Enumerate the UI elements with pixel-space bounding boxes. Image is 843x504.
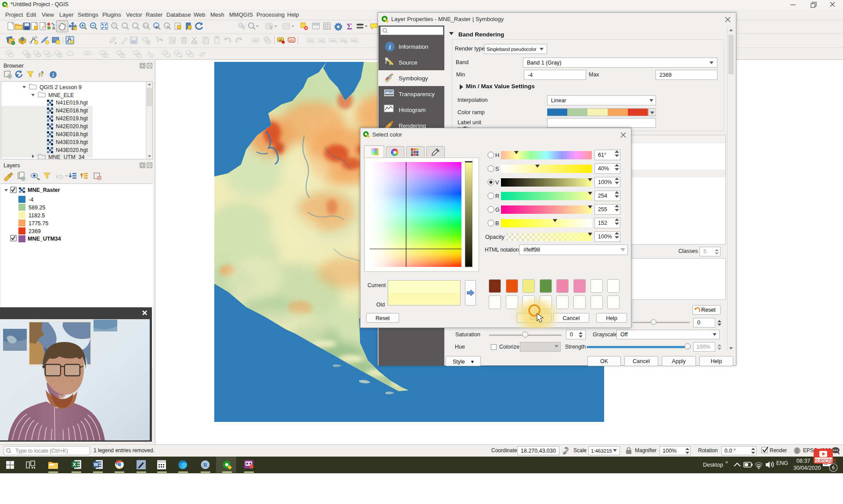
svg-text:ENG: ENG [776, 460, 788, 466]
svg-text:30/04/2020: 30/04/2020 [793, 465, 821, 471]
svg-text:N43E020.hgt: N43E020.hgt [56, 147, 88, 153]
svg-text:-4: -4 [29, 197, 33, 203]
svg-text:Source: Source [399, 59, 418, 66]
svg-text:J: J [169, 55, 170, 58]
svg-text:H: H [495, 152, 499, 158]
svg-text:MNE_ELE: MNE_ELE [48, 92, 74, 98]
svg-text:MNE_Raster: MNE_Raster [28, 187, 60, 193]
svg-text:a: a [52, 25, 55, 30]
svg-text:ε: ε [56, 173, 59, 179]
svg-text:Histogram: Histogram [399, 107, 426, 113]
svg-text:MNE_UTM34: MNE_UTM34 [28, 236, 61, 242]
svg-text:N43E018.hgt: N43E018.hgt [56, 131, 88, 137]
svg-text:Information: Information [399, 43, 429, 50]
svg-text:Symbology: Symbology [399, 75, 428, 82]
svg-text:X: X [73, 462, 76, 467]
svg-text:d: d [180, 55, 182, 58]
svg-text:HTML notation: HTML notation [485, 247, 519, 253]
svg-text:abc: abc [289, 39, 294, 42]
svg-text:Opacity: Opacity [485, 234, 505, 240]
svg-text:589.25: 589.25 [29, 205, 45, 211]
svg-text:Transparency: Transparency [399, 91, 435, 97]
svg-text:N42E020.hgt: N42E020.hgt [56, 123, 88, 130]
svg-text:R: R [495, 193, 499, 199]
svg-text:S: S [495, 166, 499, 172]
svg-text:ab: ab [279, 39, 282, 42]
svg-text:G: G [495, 206, 500, 213]
svg-text:1775.75: 1775.75 [29, 220, 48, 227]
svg-text:6: 6 [832, 465, 835, 470]
svg-text:W: W [94, 462, 98, 467]
svg-text:R: R [203, 462, 207, 468]
svg-text:QGIS 2 Lesson 9: QGIS 2 Lesson 9 [40, 84, 82, 90]
svg-text:N43E019.hgt: N43E019.hgt [56, 139, 88, 145]
svg-text:N41E019.hgt: N41E019.hgt [56, 100, 88, 106]
svg-text:MNE_UTM_34: MNE_UTM_34 [48, 154, 85, 159]
svg-text:2369: 2369 [29, 228, 41, 234]
svg-text:1:1: 1:1 [144, 24, 148, 27]
svg-text:08:37: 08:37 [796, 458, 810, 464]
svg-text:1182.5: 1182.5 [29, 212, 45, 219]
svg-text:B: B [495, 220, 499, 227]
svg-text:Σ: Σ [347, 22, 352, 31]
svg-text:V: V [495, 179, 499, 186]
svg-text:N42E018.hgt: N42E018.hgt [56, 108, 88, 114]
svg-text:N42E019.hgt: N42E019.hgt [56, 115, 88, 122]
